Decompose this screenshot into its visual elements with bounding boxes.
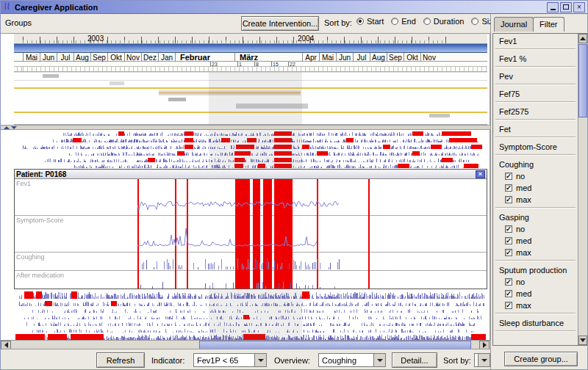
split-divider[interactable] <box>1 125 490 130</box>
filter-scrollbar[interactable] <box>578 34 587 345</box>
patient-row-symptom-score[interactable]: Symptom-Score <box>15 216 487 253</box>
scroll-up-button[interactable] <box>578 34 587 43</box>
collapse-down-icon[interactable] <box>11 126 17 129</box>
checkbox-icon[interactable]: ✓ <box>505 225 512 233</box>
checkbox-icon[interactable]: ✓ <box>505 173 512 180</box>
tab-journal[interactable]: Journal <box>494 17 534 32</box>
tab-filter[interactable]: Filter <box>533 17 564 32</box>
month-cell[interactable]: Dez <box>141 53 158 62</box>
checkbox-icon[interactable]: ✓ <box>505 196 512 203</box>
filter-section-symptom-score[interactable]: Symptom-Score <box>493 139 578 153</box>
patient-row-chart[interactable] <box>15 271 487 289</box>
patient-overview-strips-bottom[interactable] <box>14 289 487 340</box>
filter-option-no[interactable]: ✓no <box>493 223 578 235</box>
title-bar[interactable]: Caregiver Application × <box>1 1 587 14</box>
month-cell[interactable]: Nov <box>124 53 141 62</box>
intervention-bar[interactable] <box>43 74 59 78</box>
month-cell[interactable]: Mai <box>23 53 40 62</box>
sort-radio-end[interactable]: End <box>391 17 416 26</box>
timewheel-bar[interactable] <box>14 44 487 53</box>
patient-row-fev1[interactable]: Fev1 <box>15 179 487 216</box>
checkbox-icon[interactable]: ✓ <box>505 249 512 256</box>
month-cell[interactable]: Okt <box>107 53 124 62</box>
month-cell[interactable]: Aug <box>74 53 90 62</box>
filter-section-fef75[interactable]: Fef75 <box>493 87 578 100</box>
filter-option-max[interactable]: ✓max <box>493 247 578 258</box>
month-cell[interactable]: Sep <box>90 53 107 62</box>
filter-section-coughing[interactable]: Coughing <box>493 157 578 170</box>
checkbox-icon[interactable]: ✓ <box>505 302 512 309</box>
filter-option-med[interactable]: ✓med <box>493 288 578 300</box>
close-button[interactable]: × <box>573 2 585 12</box>
combo-arrow-button[interactable] <box>254 354 266 366</box>
intervention-bar[interactable] <box>429 114 450 117</box>
checkbox-icon[interactable]: ✓ <box>505 290 512 297</box>
filter-section-fef2575[interactable]: Fef2575 <box>493 104 578 117</box>
filter-section-fev1-[interactable]: Fev1 % <box>493 51 578 65</box>
filter-section-sleep-disturbance[interactable]: Sleep disturbance <box>493 316 578 329</box>
month-cell[interactable]: März <box>234 53 302 62</box>
intervention-line[interactable] <box>14 112 487 113</box>
patient-row-chart[interactable] <box>15 179 487 215</box>
maximize-button[interactable] <box>560 2 572 12</box>
intervention-bar[interactable] <box>168 98 186 101</box>
scroll-down-button[interactable] <box>578 335 587 345</box>
intervention-gantt[interactable] <box>14 72 487 125</box>
create-intervention-button[interactable]: Create Intervention... <box>241 16 319 31</box>
sort-radio-start[interactable]: Start <box>356 17 384 26</box>
filter-option-no[interactable]: ✓no <box>493 170 578 182</box>
filter-scroll-thumb[interactable] <box>578 44 587 117</box>
sort-by-select[interactable] <box>474 353 490 367</box>
month-cell[interactable]: Okt <box>404 53 420 62</box>
patient-row-chart[interactable] <box>15 216 487 252</box>
intervention-bar[interactable] <box>110 81 124 85</box>
month-cell[interactable]: Jul <box>57 53 74 62</box>
intervention-line[interactable] <box>14 87 487 89</box>
filter-option-med[interactable]: ✓med <box>493 182 578 194</box>
month-cell[interactable]: Jun <box>336 53 353 62</box>
filter-option-max[interactable]: ✓max <box>493 300 578 311</box>
checkbox-icon[interactable]: ✓ <box>505 278 512 286</box>
month-cell[interactable]: Jul <box>353 53 370 62</box>
sort-radio-duration[interactable]: Duration <box>423 17 465 26</box>
filter-section-sputum-production[interactable]: Sputum production <box>493 263 578 276</box>
detail-button[interactable]: Detail... <box>392 352 437 368</box>
minimize-button[interactable] <box>547 2 559 12</box>
combo-arrow-button[interactable] <box>478 354 490 366</box>
month-cell[interactable]: Jun <box>40 53 57 62</box>
intervention-bar[interactable] <box>159 92 301 93</box>
filter-section-fev1[interactable]: Fev1 <box>493 34 578 47</box>
checkbox-icon[interactable]: ✓ <box>505 237 512 244</box>
patient-row-after-medication[interactable]: After medication <box>15 271 487 290</box>
patient-panel-header[interactable]: Patient: P0168 × <box>15 170 487 179</box>
month-cell[interactable]: Jan <box>158 53 175 62</box>
patient-panel-close-button[interactable]: × <box>476 170 485 178</box>
timeline-ruler[interactable]: 2003 2004 <box>14 34 487 44</box>
month-cell[interactable]: Mai <box>319 53 336 62</box>
create-group-button[interactable]: Create group... <box>504 352 578 366</box>
month-cell[interactable]: Februar <box>175 53 234 62</box>
filter-option-max[interactable]: ✓max <box>493 194 578 206</box>
overview-select[interactable]: Coughing <box>318 353 386 367</box>
month-cell[interactable]: Aug <box>370 53 387 62</box>
indicator-select[interactable]: Fev1P < 65 <box>193 353 267 367</box>
combo-arrow-button[interactable] <box>373 354 385 366</box>
intervention-bar[interactable] <box>236 104 308 109</box>
month-cell[interactable]: Apr <box>302 53 319 62</box>
filter-section-fet[interactable]: Fet <box>493 122 578 135</box>
patient-row-chart[interactable] <box>15 253 487 270</box>
patient-row-label: After medication <box>16 272 64 279</box>
filter-option-med[interactable]: ✓med <box>493 235 578 247</box>
filter-section-gasping[interactable]: Gasping <box>493 210 578 223</box>
patient-overview-strips-top[interactable] <box>14 130 487 169</box>
filter-option-no[interactable]: ✓no <box>493 276 578 288</box>
patient-row-coughing[interactable]: Coughing <box>15 253 487 271</box>
filter-section-pev[interactable]: Pev <box>493 69 578 82</box>
month-cell[interactable]: Nov <box>420 53 437 62</box>
month-cell[interactable]: Sep <box>387 53 404 62</box>
checkbox-icon[interactable]: ✓ <box>505 184 512 192</box>
refresh-button[interactable]: Refresh <box>96 352 145 368</box>
collapse-up-icon[interactable] <box>4 126 10 129</box>
week-label: 23 <box>210 62 218 67</box>
radio-label: End <box>401 17 416 26</box>
